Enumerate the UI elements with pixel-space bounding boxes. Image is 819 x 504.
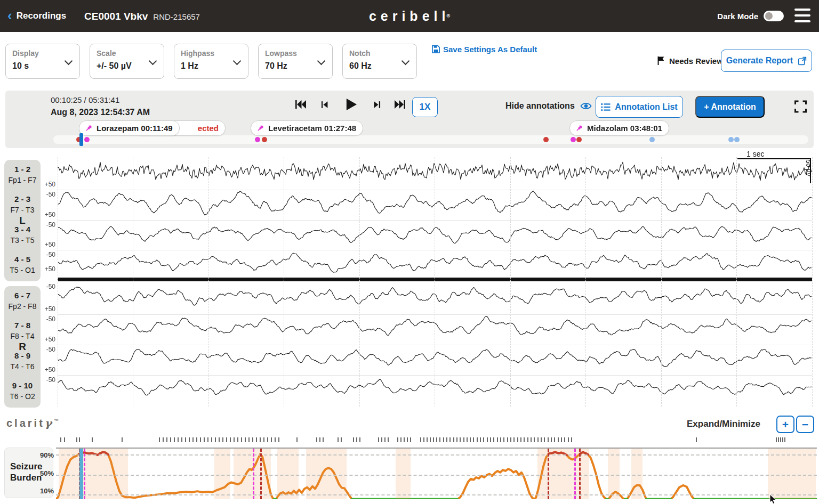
fullscreen-button[interactable] [793, 100, 808, 113]
minimize-button[interactable]: − [796, 416, 814, 433]
external-link-icon [798, 56, 807, 66]
burden-playhead[interactable] [79, 449, 83, 499]
next-page-button[interactable] [372, 100, 382, 110]
event-tick [378, 437, 379, 442]
event-tick [410, 437, 411, 442]
expand-button[interactable]: + [776, 416, 794, 433]
annotation-list-label: Annotation List [615, 102, 677, 112]
timeline-annotation-marker[interactable] [255, 137, 260, 142]
highpass-dropdown[interactable]: Highpass 1 Hz [174, 44, 248, 79]
event-tick [267, 437, 268, 442]
skip-to-start-button[interactable] [294, 98, 307, 111]
speed-label: 1X [420, 102, 431, 112]
lowpass-dropdown[interactable]: Lowpass 70 Hz [258, 44, 333, 79]
event-tick [784, 437, 785, 442]
timeline-annotation-marker[interactable] [734, 137, 740, 142]
annotation-chip-midazolam[interactable]: Midazolam 03:48:01 [569, 120, 669, 136]
eeg-second-gridline [359, 157, 360, 407]
timeline-annotation-marker[interactable] [84, 137, 90, 142]
save-settings-default-label: Save Settings As Default [443, 45, 537, 54]
skip-to-end-button[interactable] [394, 98, 406, 111]
seizure-burden-curve [56, 449, 817, 499]
generate-report-button[interactable]: Generate Report [721, 50, 812, 72]
scale-label-positive: +50 [42, 211, 55, 218]
playback-speed-button[interactable]: 1X [412, 97, 438, 117]
channel-name: Fp2 - F8 [4, 302, 41, 311]
menu-icon[interactable] [794, 9, 810, 22]
event-tick [237, 437, 238, 442]
event-tick [64, 437, 65, 442]
save-settings-default-link[interactable]: Save Settings As Default [432, 45, 537, 54]
recording-timeline[interactable] [53, 135, 808, 144]
eeg-second-gridline [585, 157, 586, 407]
event-tick [527, 437, 528, 442]
eeg-second-gridline [133, 157, 133, 407]
scale-label-negative: -50 [42, 283, 55, 290]
hide-annotations-toggle[interactable]: Hide annotations [505, 101, 592, 111]
clarity-trademark: ™ [54, 418, 59, 424]
event-tick [503, 437, 504, 442]
flag-icon [657, 56, 665, 66]
event-tick [384, 437, 386, 442]
event-tick [215, 437, 216, 442]
toggle-knob [765, 12, 773, 20]
medication-event-line [84, 449, 85, 499]
current-datetime: Aug 8, 2023 12:54:37 AM [51, 108, 150, 117]
expand-minimize-label: Expand/Minimize [687, 419, 760, 429]
scale-label-negative: -50 [42, 376, 55, 384]
next-icon [372, 100, 382, 110]
annotation-list-button[interactable]: Annotation List [596, 96, 683, 118]
event-tick [517, 437, 518, 442]
timeline-annotation-marker[interactable] [262, 137, 267, 142]
seizure-burden-chart[interactable] [56, 448, 817, 498]
playback-panel: 00:10:25 / 05:31:41 Aug 8, 2023 12:54:37… [5, 91, 814, 148]
event-tick [493, 437, 494, 442]
display-dropdown[interactable]: Display 10 s [5, 44, 80, 79]
event-tick [467, 437, 468, 442]
lowpass-label: Lowpass [265, 49, 326, 58]
event-tick [423, 437, 424, 442]
generate-report-label: Generate Report [726, 56, 793, 66]
scale-label-negative: -50 [42, 315, 55, 323]
annotation-chip-lorazepam[interactable]: Lorazepam 00:11:49 [79, 120, 180, 136]
previous-page-button[interactable] [319, 100, 330, 110]
scale-dropdown[interactable]: Scale +/- 50 µV [90, 44, 164, 79]
event-tick [449, 437, 451, 442]
add-annotation-button[interactable]: + Annotation [695, 96, 765, 118]
timeline-annotation-marker[interactable] [728, 137, 734, 142]
event-tick [211, 437, 212, 442]
patient-name: CE0001 Vbkv [84, 11, 148, 22]
dark-mode-toggle[interactable] [764, 11, 784, 21]
eeg-channel-separator [58, 190, 812, 190]
scale-label-positive: +50 [42, 241, 55, 248]
needs-review-label: Needs Review [669, 56, 723, 66]
back-to-recordings[interactable]: ‹ Recordings [7, 0, 66, 32]
timeline-annotation-marker[interactable] [576, 137, 582, 142]
timeline-playhead[interactable] [79, 133, 83, 146]
eeg-trace-area[interactable]: 1 - 2 Fp1 - F7 2 - 3 F7 - T3 L 3 - 4 T3 … [0, 151, 819, 410]
notch-dropdown[interactable]: Notch 60 Hz [342, 44, 417, 79]
needs-review[interactable]: Needs Review [657, 56, 723, 66]
event-tick [122, 437, 123, 442]
back-chevron-icon: ‹ [7, 9, 12, 22]
play-button[interactable] [343, 96, 358, 112]
timeline-annotation-marker[interactable] [649, 137, 655, 142]
annotation-chip-levetiracetam[interactable]: Levetiracetam 01:27:48 [251, 120, 363, 136]
ytick-10: 10% [33, 487, 54, 495]
timeline-annotation-marker[interactable] [543, 137, 549, 142]
event-tick [230, 437, 231, 442]
event-tick [174, 437, 175, 442]
eeg-second-gridline [435, 157, 435, 407]
event-tick [248, 437, 250, 442]
logo-text: ceribell [369, 9, 450, 24]
event-tick [316, 437, 317, 442]
burden-gridline [56, 454, 817, 456]
eeg-second-gridline [284, 157, 284, 407]
amplitude-scalebar-label: 50 µV [805, 160, 812, 177]
burden-shaded-region [234, 449, 271, 499]
event-tick [420, 437, 421, 442]
timeline-annotation-marker[interactable] [571, 137, 576, 142]
event-tick [76, 437, 77, 442]
eeg-channel-separator [58, 345, 812, 345]
event-tick [480, 437, 481, 442]
